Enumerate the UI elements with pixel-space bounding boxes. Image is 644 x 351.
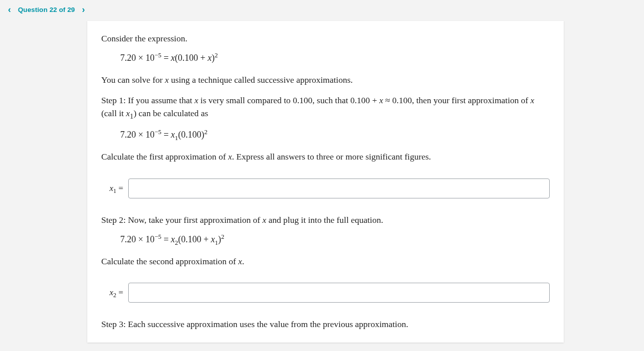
equation-2: 7.20 × 10−5 = x1(0.100)2	[120, 129, 550, 141]
x1-label: x1 =	[101, 183, 128, 193]
x2-input[interactable]	[128, 283, 550, 303]
answer-row-x2: x2 =	[101, 283, 550, 303]
prev-question-arrow[interactable]: ‹	[5, 5, 14, 14]
equation-3: 7.20 × 10−5 = x2(0.100 + x1)2	[120, 233, 550, 246]
x2-label: x2 =	[101, 288, 128, 298]
next-question-arrow[interactable]: ›	[79, 5, 88, 14]
answer-row-x1: x1 =	[101, 178, 550, 198]
equation-1: 7.20 × 10−5 = x(0.100 + x)2	[120, 52, 550, 64]
step3-text: Step 3: Each successive approximation us…	[101, 318, 550, 331]
question-card: Consider the expression. 7.20 × 10−5 = x…	[87, 21, 564, 343]
x1-input[interactable]	[128, 178, 550, 198]
calc1-line: Calculate the first approximation of x. …	[101, 150, 550, 163]
intro-text: Consider the expression.	[101, 32, 550, 45]
step2-text: Step 2: Now, take your first approximati…	[101, 213, 550, 226]
question-counter-label: Question 22 of 29	[14, 6, 79, 13]
step1-text: Step 1: If you assume that x is very sma…	[101, 94, 550, 122]
question-nav-bar: ‹ Question 22 of 29 ›	[0, 0, 644, 19]
method-line: You can solve for x using a technique ca…	[101, 73, 550, 86]
calc2-line: Calculate the second approximation of x.	[101, 255, 550, 268]
